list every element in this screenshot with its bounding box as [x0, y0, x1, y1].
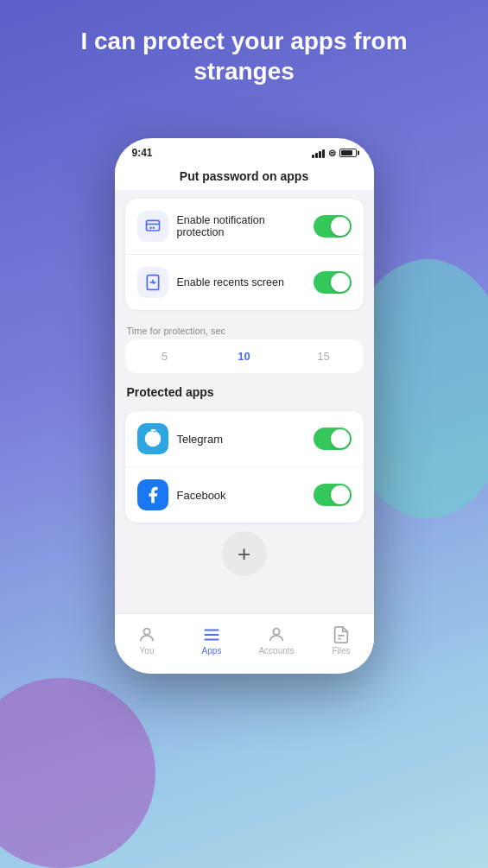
wifi-icon: ⊜: [328, 148, 336, 159]
notification-icon-box: [137, 211, 168, 242]
telegram-row[interactable]: Telegram: [125, 411, 364, 467]
time-option-5[interactable]: 5: [125, 346, 205, 366]
tab-files-label: Files: [332, 646, 350, 656]
accounts-icon: [267, 625, 286, 644]
tab-accounts-label: Accounts: [258, 646, 294, 656]
tab-bar: You Apps: [115, 613, 374, 663]
time-option-10[interactable]: 10: [205, 346, 284, 366]
svg-point-6: [143, 629, 149, 635]
add-app-button[interactable]: +: [222, 531, 267, 576]
apps-card: Telegram Facebook: [125, 411, 364, 523]
time-option-15[interactable]: 15: [284, 346, 364, 366]
notification-icon: [144, 218, 162, 235]
facebook-row[interactable]: Facebook: [125, 467, 364, 523]
header-title: I can protect your apps from stranges: [0, 26, 488, 86]
person-icon: [137, 625, 156, 644]
phone-content: Put password on apps Enable notification…: [115, 162, 374, 663]
recents-toggle[interactable]: [314, 271, 352, 294]
files-icon: [332, 625, 351, 644]
recents-icon-box: [137, 267, 168, 298]
tab-files[interactable]: Files: [309, 625, 374, 656]
telegram-icon-box: [137, 423, 168, 454]
recents-icon: [144, 274, 162, 291]
signal-bars-icon: [312, 149, 325, 158]
status-time: 9:41: [132, 147, 153, 159]
toggle-card: Enable notification protection Enable re…: [125, 199, 364, 310]
status-icons: ⊜: [312, 148, 357, 159]
facebook-toggle[interactable]: [314, 484, 352, 506]
recents-label: Enable recents screen: [177, 276, 314, 288]
bg-blob-purple: [0, 678, 155, 868]
notification-protection-row[interactable]: Enable notification protection: [125, 199, 364, 255]
page-title: Put password on apps: [115, 162, 374, 190]
tab-you[interactable]: You: [115, 625, 180, 656]
telegram-toggle[interactable]: [314, 428, 352, 450]
tab-accounts[interactable]: Accounts: [244, 625, 309, 656]
protected-apps-title: Protected apps: [115, 382, 374, 402]
telegram-icon: [143, 429, 162, 448]
tab-you-label: You: [140, 646, 155, 656]
facebook-icon-box: [137, 479, 168, 510]
notification-label: Enable notification protection: [177, 214, 314, 238]
status-bar: 9:41 ⊜: [115, 138, 374, 162]
battery-icon: [339, 149, 357, 157]
time-selector: 5 10 15: [125, 339, 364, 373]
recents-screen-row[interactable]: Enable recents screen: [125, 255, 364, 310]
time-protection-label: Time for protection, sec: [115, 319, 374, 339]
facebook-label: Facebook: [177, 489, 314, 502]
facebook-icon: [143, 485, 162, 504]
tab-apps-label: Apps: [202, 646, 222, 656]
telegram-label: Telegram: [177, 433, 314, 446]
tab-apps[interactable]: Apps: [180, 625, 244, 656]
svg-rect-0: [146, 220, 159, 231]
notification-toggle[interactable]: [314, 215, 352, 238]
svg-point-10: [273, 629, 279, 635]
phone-frame: 9:41 ⊜ Put password on apps: [115, 138, 374, 674]
apps-icon: [202, 625, 221, 644]
